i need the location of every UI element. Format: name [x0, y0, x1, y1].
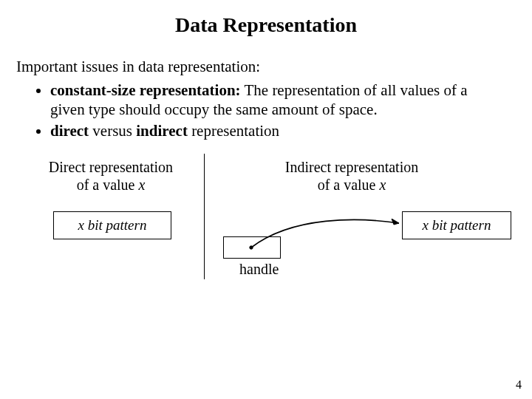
slide: Data Representation Important issues in …: [0, 0, 532, 399]
page-number: 4: [516, 378, 522, 392]
indirect-box: x bit pattern: [402, 211, 511, 239]
direct-caption-l1: Direct representation: [49, 159, 173, 175]
intro-text: Important issues in data representation:: [16, 58, 532, 76]
indirect-caption-l1: Indirect representation: [285, 159, 418, 175]
bullet-2-plain-a: versus: [89, 122, 136, 140]
bullet-2: direct versus indirect representation: [50, 121, 505, 140]
direct-caption-x: x: [138, 177, 145, 193]
indirect-caption-l2a: of a value: [318, 177, 380, 193]
handle-label: handle: [239, 261, 279, 278]
indirect-caption-x: x: [379, 177, 386, 193]
diagram: Direct representation of a value x Indir…: [0, 154, 532, 301]
indirect-caption: Indirect representation of a value x: [256, 158, 448, 194]
bullet-2-plain-b: representation: [188, 122, 279, 140]
bullet-2-term-b: indirect: [136, 122, 188, 140]
bullet-list: constant-size representation: The repres…: [31, 81, 532, 140]
direct-caption: Direct representation of a value x: [30, 158, 192, 194]
svg-point-0: [250, 246, 253, 249]
bullet-1: constant-size representation: The repres…: [50, 81, 505, 120]
bullet-1-term: constant-size representation:: [50, 81, 241, 99]
divider-line: [204, 154, 205, 279]
direct-box: x bit pattern: [53, 211, 171, 239]
direct-caption-l2a: of a value: [77, 177, 139, 193]
pointer-arrow-icon: [248, 219, 408, 257]
slide-title: Data Representation: [0, 0, 532, 37]
bullet-2-term-a: direct: [50, 122, 89, 140]
